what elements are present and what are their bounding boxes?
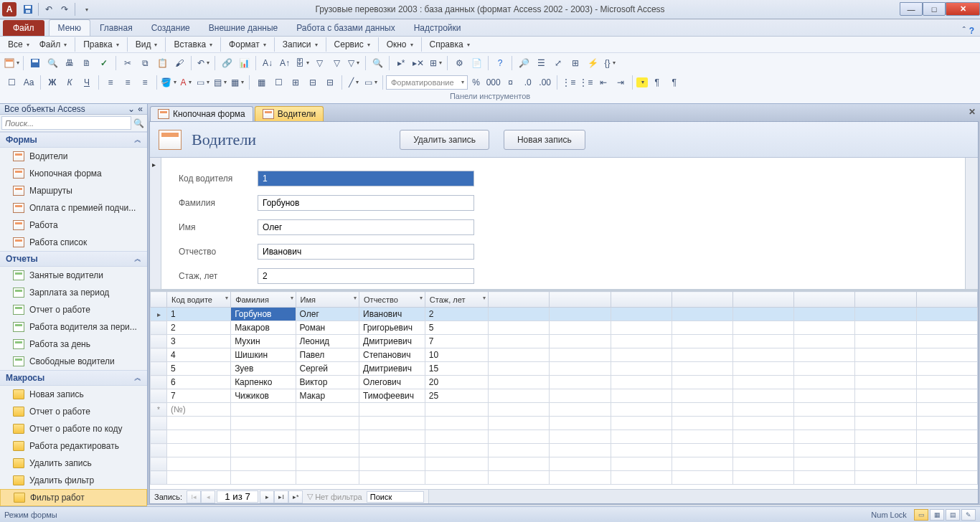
menu-edit[interactable]: Правка [78, 38, 124, 51]
filter-icon[interactable]: ▽ [311, 55, 327, 71]
cell[interactable]: Тимофеевич [359, 389, 425, 403]
nav-item[interactable]: Новая запись [0, 386, 147, 403]
datasheet-icon[interactable]: ▦ [253, 75, 269, 90]
table-row[interactable]: 2МакаровРоманГригорьевич5 [151, 321, 978, 335]
nav-item[interactable]: Отчет о работе [0, 403, 147, 420]
cell[interactable]: Виктор [296, 376, 359, 389]
line-color-icon[interactable]: ▭ [195, 75, 211, 90]
tab-create[interactable]: Создание [142, 19, 199, 36]
cell[interactable]: 7 [167, 389, 231, 403]
help-icon[interactable]: ? [969, 26, 974, 36]
cell[interactable]: Макаров [231, 321, 296, 335]
cell[interactable]: Карпенко [231, 376, 296, 389]
qat-customize-icon[interactable] [77, 1, 93, 17]
scrollbar-vertical[interactable] [965, 158, 978, 289]
comma-icon[interactable]: 000 [486, 75, 501, 90]
cell[interactable]: Иванович [359, 308, 425, 321]
cell[interactable]: 7 [425, 335, 488, 348]
undo-icon[interactable]: ↶ [195, 55, 211, 71]
table-row[interactable]: 5ЗуевСергейДмитриевич15 [151, 362, 978, 376]
form-view-button[interactable]: ▭ [914, 509, 928, 521]
formatting-combo[interactable]: Форматирование [386, 75, 468, 90]
nav-item[interactable]: Водители [0, 148, 147, 165]
nav-item[interactable]: Зарплата за период [0, 284, 147, 301]
indent-icon[interactable]: ⇥ [613, 75, 628, 90]
percent-icon[interactable]: % [468, 75, 484, 90]
toggle-filter-icon[interactable]: ▽ [346, 55, 362, 71]
relationships-icon[interactable]: ⤢ [550, 55, 566, 71]
cell[interactable]: 3 [167, 335, 231, 348]
cell[interactable]: Григорьевич [359, 321, 425, 335]
new-record-nav-button[interactable]: ▸* [288, 490, 303, 503]
doc-tab-voditeli[interactable]: Водители [255, 106, 324, 121]
hyperlink-icon[interactable]: 🔗 [219, 55, 235, 71]
new-record-icon[interactable]: ▸* [393, 55, 409, 71]
view-button[interactable] [4, 55, 19, 71]
column-header-empty[interactable] [550, 292, 611, 308]
tab-menu[interactable]: Меню [49, 19, 90, 36]
new-row[interactable]: *(№) [151, 403, 978, 417]
nav-group-header[interactable]: Отчеты︽ [0, 251, 147, 267]
rectangle-icon[interactable]: ▭ [363, 75, 379, 90]
align-left-icon[interactable]: ≡ [103, 75, 118, 90]
column-header[interactable]: Код водите▾ [167, 292, 231, 308]
nav-item[interactable]: Свободные водители [0, 353, 147, 370]
cell[interactable]: Сергей [296, 362, 359, 376]
menu-window[interactable]: Окно [382, 38, 418, 51]
cell[interactable]: Олегович [359, 376, 425, 389]
chart-icon[interactable]: 📊 [236, 55, 252, 71]
nav-item[interactable]: Работа [0, 217, 147, 234]
print-icon[interactable]: 🖶 [62, 55, 77, 71]
cell[interactable]: Дмитриевич [359, 362, 425, 376]
field-input[interactable] [258, 219, 474, 235]
nav-item[interactable]: Фильтр работ [0, 489, 147, 506]
record-selector[interactable] [150, 158, 161, 289]
tab-control-icon[interactable]: ⊟ [305, 75, 321, 90]
cell[interactable]: 20 [425, 376, 488, 389]
table-row[interactable]: 6КарпенкоВикторОлегович20 [151, 376, 978, 389]
special-effect-icon[interactable]: ▦ [230, 75, 245, 90]
close-button[interactable]: ✕ [946, 2, 980, 16]
nav-item[interactable]: Оплата с премией подчи... [0, 199, 147, 217]
table-row[interactable]: 7ЧижиковМакарТимофеевич25 [151, 389, 978, 403]
sort-desc-icon[interactable]: A↑ [277, 55, 293, 71]
format-painter-icon[interactable]: 🖌 [171, 55, 187, 71]
spelling-icon[interactable]: ✓ [96, 55, 112, 71]
autoform-icon[interactable]: 📄 [468, 55, 484, 71]
cell[interactable]: 15 [425, 362, 488, 376]
column-header-empty[interactable] [916, 292, 977, 308]
currency-icon[interactable]: ¤ [503, 75, 519, 90]
row-header[interactable] [151, 321, 167, 335]
menu-view[interactable]: Вид [131, 38, 163, 51]
table-row[interactable]: 4ШишкинПавелСтепанович10 [151, 348, 978, 362]
nav-item[interactable]: Кнопочная форма [0, 165, 147, 182]
cut-icon[interactable]: ✂ [120, 55, 136, 71]
nav-item[interactable]: Отчет о работе по коду [0, 420, 147, 437]
cell[interactable]: 10 [425, 348, 488, 362]
design-view-button[interactable]: ✎ [961, 509, 976, 521]
table-row[interactable]: 3МухинЛеонидДмитриевич7 [151, 335, 978, 348]
column-header[interactable]: Имя▾ [296, 292, 359, 308]
table-row[interactable]: ▸1ГорбуновОлегИванович2 [151, 308, 978, 321]
sort-asc-icon[interactable]: A↓ [260, 55, 275, 71]
fill-color-icon[interactable]: 🪣 [161, 75, 176, 90]
label-icon[interactable]: Aa [21, 75, 37, 90]
doc-tab-knopochnaya[interactable]: Кнопочная форма [150, 106, 253, 121]
save-icon[interactable] [20, 1, 36, 17]
rtl-icon[interactable]: ¶ [666, 75, 682, 90]
prev-record-button[interactable]: ◂ [201, 490, 215, 503]
cell[interactable]: 6 [167, 376, 231, 389]
cell[interactable]: 25 [425, 389, 488, 403]
undo-icon[interactable]: ↶ [41, 1, 57, 17]
highlight-icon[interactable] [636, 77, 648, 87]
tab-addins[interactable]: Надстройки [405, 19, 471, 36]
cell[interactable]: Мухин [231, 335, 296, 348]
align-right-icon[interactable]: ≡ [137, 75, 153, 90]
filter-form-icon[interactable]: ▽ [329, 55, 344, 71]
last-record-button[interactable]: ▸I [274, 490, 288, 503]
cell[interactable]: Олег [296, 308, 359, 321]
cell[interactable]: 5 [167, 362, 231, 376]
redo-icon[interactable]: ↷ [57, 1, 72, 17]
search-icon[interactable]: 🔍 [131, 116, 146, 130]
delete-record-icon[interactable]: ▸✕ [410, 55, 426, 71]
